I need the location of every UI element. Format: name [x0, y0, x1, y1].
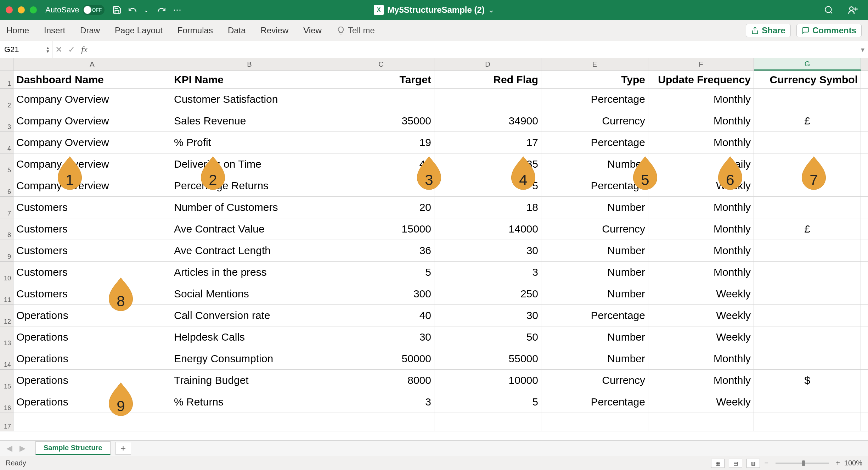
cell[interactable]: Deliveries on Time — [171, 153, 328, 175]
cell[interactable]: Operations — [13, 326, 171, 348]
cell[interactable]: 50 — [434, 326, 541, 348]
cell[interactable] — [328, 89, 434, 110]
more-icon[interactable]: ⋯ — [171, 4, 183, 16]
row-header[interactable]: 13 — [0, 326, 13, 348]
cell[interactable] — [754, 348, 861, 369]
cell[interactable]: Monthly — [648, 262, 754, 283]
undo-dropdown-icon[interactable]: ⌄ — [140, 4, 152, 16]
cell[interactable]: Monthly — [648, 218, 754, 240]
cell[interactable]: 3 — [328, 391, 434, 413]
cell[interactable]: Monthly — [648, 348, 754, 369]
cell[interactable]: Customers — [13, 240, 171, 261]
cell[interactable]: Operations — [13, 370, 171, 391]
cell[interactable]: Energy Consumption — [171, 348, 328, 369]
row-header[interactable]: 9 — [0, 240, 13, 262]
cell[interactable] — [171, 413, 328, 431]
cell[interactable]: Percentage — [541, 391, 648, 413]
cell[interactable]: 40 — [328, 305, 434, 326]
col-header-D[interactable]: D — [434, 58, 541, 71]
add-sheet-button[interactable]: + — [115, 442, 131, 455]
formula-input[interactable] — [91, 41, 857, 58]
cell[interactable]: Dashboard Name — [13, 71, 171, 88]
cell[interactable]: 36 — [328, 240, 434, 261]
cell[interactable]: Customer Satisfaction — [171, 89, 328, 110]
autosave-toggle[interactable]: AutoSave OFF — [45, 5, 105, 15]
row-header[interactable]: 1 — [0, 71, 13, 89]
cell[interactable]: Articles in the press — [171, 262, 328, 283]
cell[interactable]: Company Overview — [13, 89, 171, 110]
col-header-B[interactable]: B — [171, 58, 328, 71]
cell[interactable]: Monthly — [648, 240, 754, 261]
cell[interactable]: Update Frequency — [648, 71, 754, 88]
sheet-tab-active[interactable]: Sample Structure — [35, 441, 111, 455]
cell[interactable] — [13, 413, 171, 431]
tab-data[interactable]: Data — [228, 26, 246, 35]
tab-formulas[interactable]: Formulas — [177, 26, 213, 35]
cell[interactable]: Company Overview — [13, 153, 171, 175]
cell[interactable]: Ave Contract Value — [171, 218, 328, 240]
row-header[interactable]: 8 — [0, 218, 13, 240]
cell[interactable]: Customers — [13, 262, 171, 283]
view-page-layout-icon[interactable]: ▤ — [729, 459, 742, 468]
cell[interactable]: Company Overview — [13, 175, 171, 196]
cell[interactable]: Training Budget — [171, 370, 328, 391]
zoom-slider[interactable] — [776, 463, 829, 464]
cell[interactable]: Monthly — [648, 370, 754, 391]
cell[interactable] — [541, 413, 648, 431]
cell[interactable]: Number — [541, 326, 648, 348]
tab-page-layout[interactable]: Page Layout — [115, 26, 163, 35]
row-header[interactable]: 2 — [0, 89, 13, 110]
cell[interactable]: 300 — [328, 283, 434, 304]
cell[interactable]: 35000 — [328, 110, 434, 132]
tell-me-search[interactable]: Tell me — [337, 26, 375, 35]
cell[interactable]: Number — [541, 197, 648, 218]
cell[interactable]: Percentage — [541, 132, 648, 153]
cell[interactable] — [754, 132, 861, 153]
accept-formula-icon[interactable]: ✓ — [67, 45, 76, 55]
cell[interactable]: % Returns — [171, 391, 328, 413]
cell[interactable]: 5 — [434, 391, 541, 413]
cell[interactable]: 8000 — [328, 370, 434, 391]
cell[interactable] — [648, 413, 754, 431]
cell[interactable]: Currency Symbol — [754, 71, 861, 88]
row-header[interactable]: 5 — [0, 153, 13, 175]
cell[interactable]: % Profit — [171, 132, 328, 153]
sheet-nav-prev-icon[interactable]: ◀ — [6, 444, 12, 453]
cell[interactable]: 50000 — [328, 348, 434, 369]
cell[interactable]: 15000 — [328, 218, 434, 240]
cell[interactable]: Sales Revenue — [171, 110, 328, 132]
cell[interactable]: 3 — [434, 262, 541, 283]
row-header[interactable]: 7 — [0, 197, 13, 218]
fx-icon[interactable]: fx — [80, 45, 89, 54]
cell[interactable]: 30 — [434, 305, 541, 326]
col-header-A[interactable]: A — [13, 58, 171, 71]
tab-review[interactable]: Review — [261, 26, 289, 35]
redo-icon[interactable] — [156, 4, 168, 16]
share-people-icon[interactable] — [847, 4, 859, 16]
cell[interactable]: Monthly — [648, 132, 754, 153]
cell[interactable]: 14000 — [434, 218, 541, 240]
cell[interactable]: Percentage — [541, 305, 648, 326]
cell[interactable]: Monthly — [648, 110, 754, 132]
col-header-C[interactable]: C — [328, 58, 434, 71]
cell[interactable]: Percentage — [541, 89, 648, 110]
cell[interactable]: Helpdesk Calls — [171, 326, 328, 348]
cell[interactable]: $ — [754, 370, 861, 391]
search-icon[interactable] — [823, 4, 835, 16]
cell[interactable]: Number — [541, 262, 648, 283]
cell[interactable]: Ave Contract Length — [171, 240, 328, 261]
cell[interactable]: Monthly — [648, 197, 754, 218]
row-header[interactable]: 17 — [0, 413, 13, 431]
spreadsheet-grid[interactable]: A B C D E F G 1 Dashboard Name KPI Name … — [0, 58, 868, 431]
cell[interactable]: Currency — [541, 218, 648, 240]
row-header[interactable]: 11 — [0, 283, 13, 305]
row-header[interactable]: 10 — [0, 262, 13, 283]
cell[interactable]: 19 — [328, 132, 434, 153]
cell[interactable]: Number of Customers — [171, 197, 328, 218]
col-header-G[interactable]: G — [754, 58, 861, 71]
cell[interactable]: Number — [541, 283, 648, 304]
row-header[interactable]: 16 — [0, 391, 13, 413]
row-header[interactable]: 3 — [0, 110, 13, 132]
cell[interactable]: Type — [541, 71, 648, 88]
cell[interactable] — [328, 413, 434, 431]
